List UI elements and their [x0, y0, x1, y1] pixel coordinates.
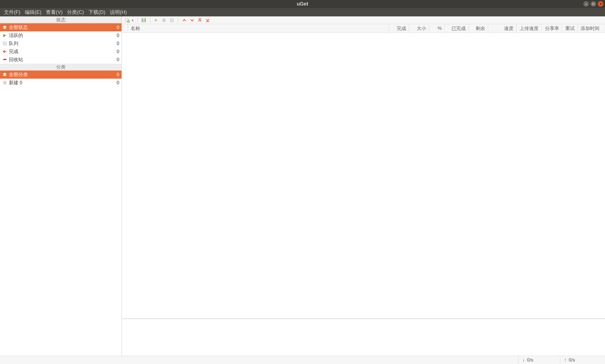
- svg-rect-23: [142, 21, 145, 22]
- toolbar-sep: [137, 18, 138, 23]
- pause-icon: [162, 18, 166, 23]
- maximize-icon: [592, 3, 595, 5]
- svg-marker-6: [3, 34, 6, 37]
- layers-icon: [2, 25, 7, 30]
- sidebar-status-item-count: 0: [117, 25, 119, 30]
- col-remain[interactable]: 剩余: [469, 24, 488, 33]
- sidebar-status-list: 全部状态0活跃的0队列0完成0回收站0: [0, 23, 122, 64]
- move-top-button[interactable]: [197, 17, 203, 24]
- table-gutter: [122, 24, 128, 33]
- col-name[interactable]: 名称: [128, 24, 389, 33]
- sidebar-status-item[interactable]: 队列0: [0, 39, 122, 48]
- menu-download[interactable]: 下载(D): [86, 8, 108, 16]
- pause-button[interactable]: [161, 17, 167, 24]
- move-bottom-button[interactable]: [204, 17, 211, 24]
- svg-rect-25: [163, 19, 164, 22]
- sidebar-category-item[interactable]: 新建 00: [0, 79, 122, 87]
- sidebar-status-item[interactable]: 全部状态0: [0, 23, 122, 31]
- download-table-header: 名称 完成 大小 % 已完成 剩余 速度 上传速度 分享率 重试 添加时间: [122, 24, 605, 33]
- start-button[interactable]: [153, 17, 160, 24]
- sidebar-status-header: 状态: [0, 16, 122, 23]
- svg-rect-12: [3, 59, 6, 60]
- move-up-button[interactable]: [181, 17, 188, 24]
- menu-view[interactable]: 查看(V): [44, 8, 65, 16]
- close-icon: [599, 3, 602, 5]
- status-upload-speed: ↑ 0/s: [560, 356, 602, 364]
- maximize-button[interactable]: [591, 1, 596, 7]
- sidebar-status-item-label: 回收站: [9, 56, 117, 63]
- col-size[interactable]: 大小: [409, 24, 429, 33]
- new-download-button[interactable]: [124, 17, 131, 24]
- minimize-button[interactable]: [583, 1, 589, 7]
- right-panel: ▾: [122, 16, 605, 356]
- status-download-speed: ↓ 0/s: [518, 356, 560, 364]
- toolbar-sep: [150, 18, 150, 23]
- sidebar-status-item[interactable]: 活跃的0: [0, 31, 122, 39]
- chevron-down-icon: [190, 18, 194, 23]
- move-top-icon: [198, 18, 202, 23]
- svg-rect-1: [592, 3, 594, 5]
- svg-rect-22: [143, 19, 145, 20]
- move-bottom-icon: [205, 18, 210, 23]
- sidebar-category-header: 分类: [0, 64, 122, 71]
- menu-help[interactable]: 说明(H): [108, 8, 129, 16]
- arrow-up-icon: ↑: [564, 357, 567, 363]
- svg-point-16: [4, 82, 5, 83]
- status-download-value: 0/s: [527, 357, 534, 363]
- sidebar-status-item-label: 全部状态: [9, 24, 117, 31]
- layers-icon: [2, 72, 7, 77]
- download-table-body[interactable]: [122, 33, 605, 318]
- sidebar-status-item-count: 0: [117, 33, 119, 38]
- col-percent[interactable]: %: [429, 24, 445, 33]
- col-speed[interactable]: 速度: [488, 24, 517, 33]
- sidebar: 状态 全部状态0活跃的0队列0完成0回收站0 分类 全部分类0新建 00: [0, 16, 122, 356]
- move-down-button[interactable]: [189, 17, 195, 24]
- sidebar-status-item-label: 完成: [9, 48, 117, 55]
- sidebar-category-list: 全部分类0新建 00: [0, 71, 122, 87]
- sidebar-status-item-label: 队列: [9, 40, 117, 47]
- menu-edit[interactable]: 编辑(E): [23, 8, 44, 16]
- disk-icon: [2, 80, 7, 85]
- col-complete[interactable]: 完成: [389, 24, 409, 33]
- window-title: uGet: [297, 1, 308, 7]
- svg-marker-5: [3, 27, 7, 29]
- close-button[interactable]: [598, 1, 603, 7]
- done-icon: [2, 49, 7, 54]
- sidebar-status-item-count: 0: [117, 41, 119, 46]
- status-upload-value: 0/s: [569, 357, 575, 363]
- col-upspeed[interactable]: 上传速度: [517, 24, 542, 33]
- sidebar-category-item-label: 新建 0: [9, 79, 117, 86]
- menu-category[interactable]: 分类(C): [65, 8, 86, 16]
- window-controls: [583, 1, 603, 7]
- sidebar-category-item-count: 0: [117, 80, 119, 86]
- save-all-button[interactable]: [140, 17, 147, 24]
- sidebar-category-item[interactable]: 全部分类0: [0, 71, 122, 79]
- arrow-down-icon: ↓: [522, 357, 525, 363]
- window-titlebar: uGet: [0, 0, 605, 8]
- menubar: 文件(F) 编辑(E) 查看(V) 分类(C) 下载(D) 说明(H): [0, 8, 605, 16]
- svg-marker-24: [155, 19, 158, 22]
- sidebar-status-item[interactable]: 回收站0: [0, 56, 122, 64]
- menu-file[interactable]: 文件(F): [2, 8, 23, 16]
- trash-icon: [2, 57, 7, 62]
- new-download-dropdown[interactable]: ▾: [132, 18, 135, 22]
- minimize-icon: [585, 3, 587, 5]
- col-done[interactable]: 已完成: [445, 24, 469, 33]
- main-content: 状态 全部状态0活跃的0队列0完成0回收站0 分类 全部分类0新建 00 ▾: [0, 16, 605, 356]
- sidebar-category-item-count: 0: [117, 72, 119, 78]
- svg-line-28: [171, 19, 173, 21]
- svg-marker-14: [3, 74, 7, 76]
- table-header-cells: 名称 完成 大小 % 已完成 剩余 速度 上传速度 分享率 重试 添加时间: [128, 24, 605, 33]
- sidebar-category-item-label: 全部分类: [9, 71, 117, 78]
- chevron-up-icon: [182, 18, 187, 23]
- col-retry[interactable]: 重试: [562, 24, 578, 33]
- play-icon: [154, 18, 158, 23]
- stop-button[interactable]: [168, 17, 175, 24]
- col-added[interactable]: 添加时间: [578, 24, 605, 33]
- play-icon: [2, 33, 7, 38]
- toolbar: ▾: [122, 16, 605, 24]
- col-share[interactable]: 分享率: [542, 24, 562, 33]
- download-summary-pane: [122, 318, 605, 356]
- svg-rect-26: [164, 19, 165, 22]
- sidebar-status-item[interactable]: 完成0: [0, 48, 122, 56]
